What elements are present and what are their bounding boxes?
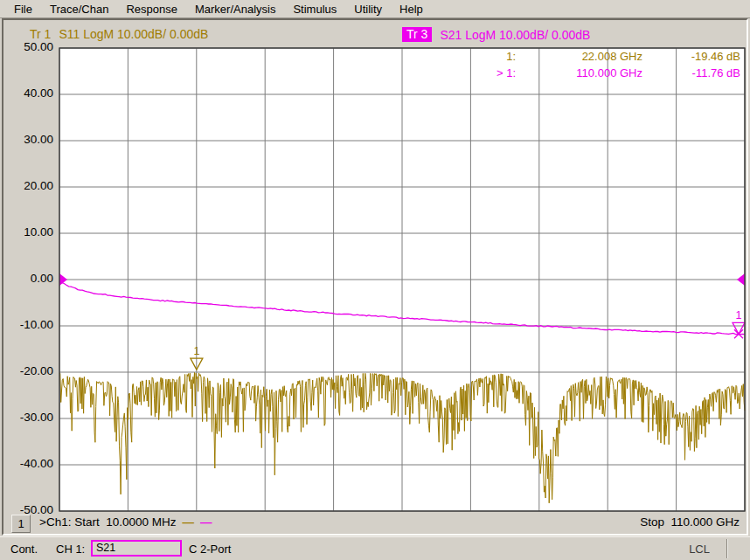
menu-item-response[interactable]: Response	[117, 1, 186, 17]
menu-bar: File Trace/Chan Response Marker/Analysis…	[0, 0, 750, 18]
plot-area[interactable]: 11	[59, 47, 746, 515]
sweep-mode-status: Cont.	[10, 543, 38, 556]
y-axis-label: 30.00	[0, 133, 53, 146]
menu-item-utility[interactable]: Utility	[345, 1, 391, 17]
marker-readout-trace3: > 1: 110.000 GHz -11.76 dB	[488, 66, 740, 82]
trace3-format-label: S21 LogM 10.00dB/ 0.00dB	[440, 28, 590, 42]
marker-frequency: 22.008 GHz	[516, 50, 642, 66]
menu-item-file[interactable]: File	[5, 1, 41, 17]
status-bar: Cont. CH 1: S21 C 2-Port LCL	[0, 536, 750, 560]
marker-readout-trace1: 1: 22.008 GHz -19.46 dB	[488, 50, 740, 66]
local-remote-status: LCL	[689, 543, 710, 556]
marker-label: 1	[193, 345, 199, 357]
y-axis-label: -30.00	[0, 411, 53, 424]
menu-item-stimulus[interactable]: Stimulus	[284, 1, 345, 17]
menu-item-marker-analysis[interactable]: Marker/Analysis	[186, 1, 284, 17]
marker-number: > 1:	[488, 66, 516, 82]
stimulus-start-readout: >Ch1: Start 10.0000 MHz — —	[39, 515, 212, 529]
start-label: >Ch1: Start 10.0000 MHz	[39, 515, 176, 529]
menu-item-help[interactable]: Help	[391, 1, 432, 17]
y-axis-label: -20.00	[0, 364, 53, 377]
trace3-active-tag: Tr 3	[402, 27, 432, 42]
marker-value: -19.46 dB	[642, 50, 740, 66]
menu-item-trace-chan[interactable]: Trace/Chan	[41, 1, 117, 17]
marker-frequency: 110.000 GHz	[516, 66, 642, 82]
marker-number: 1:	[488, 50, 516, 66]
graticule-and-traces[interactable]: 11	[59, 47, 746, 512]
statusbar-divider	[726, 539, 727, 558]
y-axis-label: -40.00	[0, 457, 53, 470]
trace1-tag: Tr 1	[30, 27, 51, 41]
channel-1-badge[interactable]: 1	[11, 515, 31, 533]
stimulus-stop-readout: Stop 110.000 GHz	[640, 515, 740, 529]
y-axis-label: 10.00	[0, 225, 53, 239]
measurement-field[interactable]: S21	[91, 540, 182, 557]
channel-label: CH 1:	[56, 543, 85, 556]
trace1-format-label: S11 LogM 10.00dB/ 0.00dB	[59, 27, 208, 41]
trace3-status[interactable]: Tr 3S21 LogM 10.00dB/ 0.00dB	[402, 27, 590, 42]
y-axis-label: -10.00	[0, 318, 53, 331]
y-axis-label: 20.00	[0, 179, 53, 192]
y-axis-label: 40.00	[0, 86, 53, 100]
trace1-status[interactable]: Tr 1S11 LogM 10.00dB/ 0.00dB	[30, 27, 208, 41]
y-axis-label: 0.00	[0, 272, 53, 285]
y-axis-label: 50.00	[0, 40, 53, 53]
marker-label: 1	[736, 309, 742, 321]
cal-status: C 2-Port	[189, 543, 231, 556]
trace3-color-key-icon: —	[200, 515, 212, 529]
trace1-color-key-icon: —	[182, 515, 194, 529]
marker-value: -11.76 dB	[642, 66, 740, 82]
